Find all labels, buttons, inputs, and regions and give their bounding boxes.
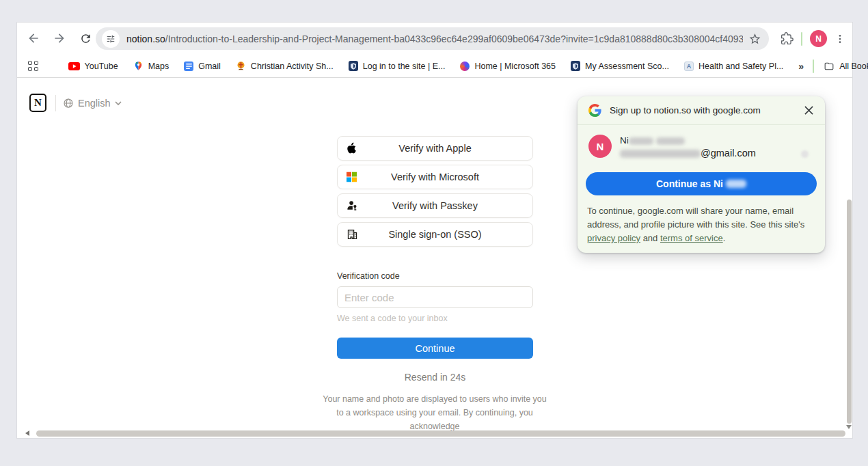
- bookmark-microsoft365[interactable]: Home | Microsoft 365: [460, 61, 556, 71]
- redacted-badge: [801, 150, 809, 158]
- redacted-email: [620, 150, 701, 158]
- all-bookmarks-label: All Bookmarks: [839, 61, 868, 71]
- close-icon[interactable]: [801, 103, 816, 118]
- privacy-policy-link[interactable]: privacy policy: [587, 233, 640, 243]
- bookmark-label: My Assessment Sco...: [585, 61, 669, 71]
- microsoft365-icon: [460, 61, 470, 71]
- verification-form: Verify with Apple Verify with Microsoft …: [337, 136, 533, 433]
- bookmark-label: Log in to the site | E...: [363, 61, 446, 71]
- verify-apple-button[interactable]: Verify with Apple: [337, 136, 533, 161]
- verify-button-label: Single sign-on (SSO): [388, 229, 481, 240]
- popup-title: Sign up to notion.so with google.com: [610, 105, 801, 115]
- popup-account-email: @gmail.com: [620, 148, 756, 159]
- bookmark-label: Health and Safety Pl...: [699, 61, 783, 71]
- forward-icon[interactable]: [49, 27, 70, 49]
- vertical-scrollbar[interactable]: [847, 200, 852, 424]
- verify-button-label: Verify with Apple: [398, 143, 471, 154]
- bookmark-label: YouTube: [85, 61, 118, 71]
- url-path: /Introduction-to-Leadership-and-Project-…: [165, 33, 743, 44]
- scroll-left-arrow[interactable]: [25, 430, 29, 436]
- code-helper-text: We sent a code to your inbox: [337, 314, 533, 323]
- language-label: English: [78, 98, 111, 109]
- shield-icon: [571, 61, 580, 71]
- horizontal-scrollbar[interactable]: [36, 430, 845, 437]
- sso-button[interactable]: Single sign-on (SSO): [337, 222, 533, 247]
- apple-icon: [347, 143, 357, 154]
- site-settings-icon[interactable]: [102, 30, 120, 48]
- google-icon: [588, 104, 601, 117]
- bookmark-login-site[interactable]: Log in to the site | E...: [349, 61, 446, 71]
- passkey-icon: [347, 200, 358, 212]
- screenshot-stage: notion.so/Introduction-to-Leadership-and…: [0, 0, 868, 466]
- microsoft-icon: [347, 172, 357, 182]
- bookmarks-right: » All Bookmarks: [798, 59, 868, 73]
- bookmark-health-safety[interactable]: A Health and Safety Pl...: [684, 61, 783, 71]
- apps-grid-icon[interactable]: [28, 61, 38, 71]
- popup-avatar: N: [588, 135, 612, 158]
- gmail-icon: [184, 61, 193, 71]
- continue-button[interactable]: Continue: [337, 338, 533, 359]
- verify-passkey-button[interactable]: Verify with Passkey: [337, 193, 533, 218]
- continue-as-label: Continue as Ni: [656, 178, 723, 189]
- folder-icon: [824, 61, 835, 71]
- christian-activity-icon: [236, 61, 246, 71]
- verification-code-label: Verification code: [337, 271, 533, 281]
- bookmarks-divider-2: [813, 59, 814, 73]
- url-text: notion.so/Introduction-to-Leadership-and…: [126, 33, 743, 44]
- back-icon[interactable]: [23, 27, 44, 49]
- verify-button-label: Verify with Passkey: [392, 200, 478, 211]
- popup-disclaimer: To continue, google.com will share your …: [587, 204, 815, 245]
- language-selector[interactable]: English: [63, 98, 122, 109]
- bookmarks-bar: YouTube Maps Gmail Christian Activity Sh…: [17, 55, 852, 78]
- verification-code-input[interactable]: [337, 286, 533, 308]
- bookmark-youtube[interactable]: YouTube: [68, 61, 118, 71]
- continue-as-button[interactable]: Continue as Ni: [586, 172, 817, 195]
- terms-of-service-link[interactable]: terms of service: [660, 233, 723, 243]
- popup-account-name: Ni: [620, 135, 685, 146]
- bookmarks-overflow-chevron[interactable]: »: [798, 61, 803, 72]
- bookmark-gmail[interactable]: Gmail: [184, 61, 221, 71]
- footer-disclaimer: Your name and photo are displayed to use…: [321, 392, 548, 433]
- notion-logo: N: [29, 94, 46, 112]
- bookmark-label: Maps: [148, 61, 169, 71]
- globe-icon: [63, 98, 74, 109]
- bookmark-label: Christian Activity Sh...: [251, 61, 334, 71]
- bookmark-maps[interactable]: Maps: [133, 61, 169, 71]
- browser-window: notion.so/Introduction-to-Leadership-and…: [17, 23, 852, 438]
- all-bookmarks-button[interactable]: All Bookmarks: [824, 61, 868, 71]
- popup-header: Sign up to notion.so with google.com: [578, 96, 825, 125]
- bookmark-label: Home | Microsoft 365: [474, 61, 556, 71]
- logo-divider: [55, 95, 56, 111]
- verify-microsoft-button[interactable]: Verify with Microsoft: [337, 165, 533, 189]
- bookmark-my-assessment[interactable]: My Assessment Sco...: [571, 61, 669, 71]
- extensions-icon[interactable]: [781, 32, 794, 45]
- verify-button-label: Verify with Microsoft: [391, 172, 479, 182]
- shield-icon: [349, 61, 358, 71]
- toolbar-divider: [801, 32, 802, 46]
- url-host: notion.so: [126, 33, 165, 44]
- building-icon: [347, 229, 358, 241]
- toolbar-right-cluster: N: [781, 23, 845, 55]
- address-bar[interactable]: notion.so/Introduction-to-Leadership-and…: [96, 27, 769, 50]
- document-icon: A: [684, 61, 694, 71]
- maps-icon: [133, 61, 144, 71]
- resend-timer[interactable]: Resend in 24s: [337, 372, 533, 383]
- redacted-surname: [656, 137, 685, 145]
- browser-toolbar: notion.so/Introduction-to-Leadership-and…: [17, 23, 852, 55]
- bookmark-christian-activity[interactable]: Christian Activity Sh...: [236, 61, 334, 71]
- bookmark-label: Gmail: [198, 61, 221, 71]
- scroll-down-arrow[interactable]: [846, 425, 852, 429]
- reload-icon[interactable]: [74, 27, 96, 49]
- profile-avatar[interactable]: N: [810, 30, 827, 47]
- redacted-name: [629, 137, 653, 145]
- chevron-down-icon: [115, 101, 122, 106]
- youtube-icon: [68, 62, 80, 70]
- redacted-button-name: [726, 180, 746, 188]
- menu-kebab-icon[interactable]: [835, 33, 845, 44]
- google-signin-popup: Sign up to notion.so with google.com N N…: [578, 96, 825, 253]
- bookmark-star-icon[interactable]: [748, 32, 761, 45]
